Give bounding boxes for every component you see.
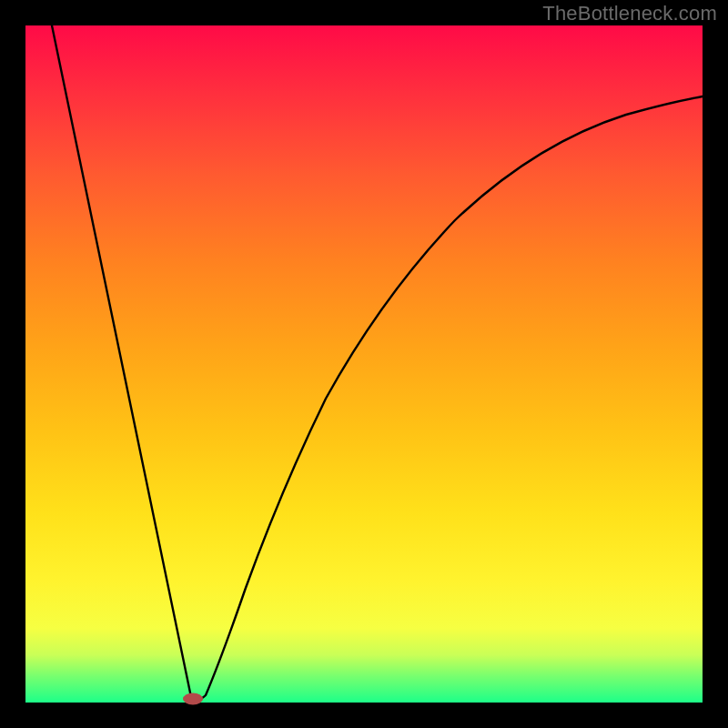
- plot-area: [25, 25, 703, 703]
- watermark-text: TheBottleneck.com: [542, 2, 717, 25]
- bottleneck-curve: [52, 25, 703, 700]
- minimum-marker: [183, 693, 203, 705]
- curve-layer: [25, 25, 703, 703]
- chart-frame: TheBottleneck.com: [0, 0, 728, 728]
